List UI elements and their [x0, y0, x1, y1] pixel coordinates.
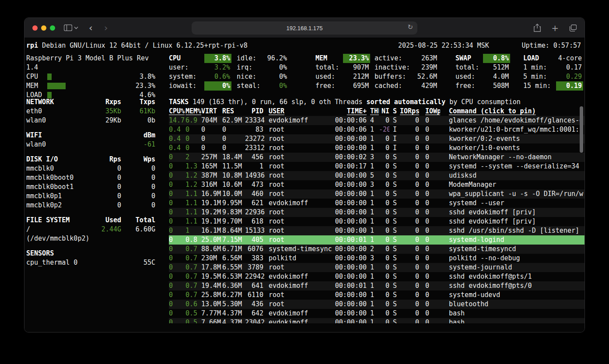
cell-user: root [266, 226, 332, 235]
process-row[interactable]: 0.400083root00:00:061-20I00kworker/u21:0… [169, 125, 584, 134]
process-row[interactable]: 00.788.6M6.71M6076systemd-timesync00:00:… [169, 245, 584, 254]
glances-page: rpi Debian GNU/Linux 12 64bit / Linux 6.… [24, 38, 584, 332]
stat-row: total:512M [455, 63, 510, 72]
col-header-res[interactable]: RES [222, 107, 245, 116]
process-row[interactable]: 00.7230M6.56M383polkitd00:00:0030S00polk… [169, 254, 584, 263]
cell-iow: 0 [419, 208, 440, 217]
cell-cpu: 0 [169, 309, 186, 318]
sidebar-row: (/dev/mmcblk0p2) [26, 234, 155, 243]
col-header-iow[interactable]: IOWps [419, 107, 440, 116]
col-header-cpu[interactable]: CPU% [169, 107, 186, 116]
tasks-sort-mode[interactable]: sorted automatically [367, 98, 446, 106]
col-header-mem[interactable]: MEM% [186, 107, 201, 116]
reload-icon[interactable]: ↻ [407, 23, 413, 31]
cell-ni: 0 [379, 226, 389, 235]
share-icon[interactable] [534, 24, 541, 32]
col-header-user[interactable]: USER [266, 107, 332, 116]
cell-pid: 14936 [245, 171, 266, 180]
cell-res: 6.56M [222, 254, 245, 263]
process-row[interactable]: 00.57.77M4.37M642evdokimoff00:00:0010S00… [169, 309, 584, 318]
process-row[interactable]: 0.400023272root00:00:0010I00kworker/0:2-… [169, 134, 584, 144]
col-header-s[interactable]: S [389, 107, 400, 116]
process-row[interactable]: 00.613.0M5.30M436root00:00:0010S00blueto… [169, 300, 584, 309]
fullscreen-window-button[interactable] [50, 25, 55, 31]
back-button[interactable]: ‹ [89, 23, 93, 33]
stat-cell: steal:0% [237, 81, 288, 91]
stat-row: LOAD4-core [523, 54, 583, 63]
stat-value: 0% [261, 72, 288, 81]
process-row[interactable]: 00.719.4M6.36M641evdokimoff00:00:0110S00… [169, 281, 584, 290]
process-row[interactable]: 01.2387M10.8M14936root00:00:0050S00udisk… [169, 171, 584, 180]
process-row[interactable]: 0.400023312root00:00:0010I00kworker/1:0-… [169, 144, 584, 153]
cell-cmd: systemd-logind [440, 235, 584, 245]
col-header-virt[interactable]: VIRT [201, 107, 222, 116]
cell-cpu: 0 [169, 171, 186, 180]
stat-value: 3.8% [204, 54, 231, 63]
cell-cmd: sshd /usr/sbin/sshd -D [listener] [440, 226, 584, 235]
col-header-thr[interactable]: THR [367, 107, 379, 116]
process-row[interactable]: 00.719.5M6.53M22942evdokimoff00:00:0010S… [169, 272, 584, 281]
process-row[interactable]: 01.119.1M9.70M618root00:00:0010S00sshd e… [169, 217, 584, 226]
process-row[interactable]: 01.119.2M9.83M22936root00:00:0010S00sshd… [169, 208, 584, 217]
col-header-time[interactable]: TIME+ [332, 107, 367, 116]
process-row[interactable]: 01.2316M10.6M473root00:00:0030S00ModemMa… [169, 180, 584, 189]
cell-virt: 19.2M [201, 208, 222, 217]
mem-panel[interactable]: MEM23.3%active:263Mtotal:907Minactive:23… [315, 54, 438, 91]
forward-button[interactable]: › [104, 23, 108, 33]
cell-s: S [389, 263, 400, 272]
stat-label: MEM [315, 54, 327, 63]
process-row[interactable]: 00.725.8M6.27M6110root00:00:0010S00syste… [169, 290, 584, 300]
url-field[interactable]: 192.168.1.175 ↻ [192, 21, 417, 35]
cell-virt: 19.5M [201, 272, 222, 281]
cpu-panel[interactable]: CPU3.8%idle:96.2%user:3.2%irq:0%system:0… [169, 54, 288, 91]
cell-ior: 0 [400, 208, 419, 217]
cell-mem: 6.9 [186, 116, 201, 125]
section-title: SENSORS [26, 249, 88, 258]
new-tab-button[interactable]: + [551, 23, 559, 33]
top-stats: Raspberry Pi 3 Model B Plus Rev 1.4 CPU3… [24, 54, 584, 93]
process-row[interactable]: 01.119.1M9.95M621evdokimoff00:00:0010S00… [169, 199, 584, 208]
col-header-ni[interactable]: NI [379, 107, 389, 116]
tasks-sort-by: by CPU consumption [445, 98, 521, 106]
process-row[interactable]: 00.825.0M7.15M405root00:00:0110S00system… [169, 235, 584, 245]
process-row[interactable]: 14.76.9704M62.9M23334evdokimoff00:00:064… [169, 116, 584, 125]
cell-cmd: udisksd [440, 171, 584, 180]
cell-thr: 1 [367, 144, 379, 153]
cell-time: 00:00:00 [332, 171, 367, 180]
cell-virt: 16.1M [201, 226, 222, 235]
cell-thr: 3 [367, 180, 379, 189]
close-window-button[interactable] [32, 25, 38, 31]
cell-ior: 0 [400, 272, 419, 281]
sidebar-toggle-icon[interactable] [64, 24, 72, 31]
cell-cpu: 0 [169, 180, 186, 189]
url-text: 192.168.1.175 [286, 25, 322, 32]
process-row[interactable]: 01.3165M11.5M1root00:00:1710S00systemd -… [169, 162, 584, 171]
sidebar-row-value2: -61 [121, 140, 155, 149]
tab-overview-icon[interactable] [569, 24, 577, 32]
sidebar-row-name: / [26, 225, 88, 234]
minimize-window-button[interactable] [41, 25, 46, 31]
process-row[interactable]: 00.57.66M4.37M23042evdokimoff00:00:0010S… [169, 318, 584, 323]
cell-pid: 473 [245, 180, 266, 189]
stat-cell: total:907M [315, 63, 370, 72]
process-row[interactable]: 01.116.9M10.0M460root00:00:0010S00wpa_su… [169, 189, 584, 199]
stat-value: 907M [343, 63, 370, 72]
col-header-cmd[interactable]: Command (click to pin) [440, 107, 584, 116]
process-row[interactable]: 0116.1M8.64M15133root00:00:0010S00sshd /… [169, 226, 584, 235]
col-header-pid[interactable]: PID [245, 107, 266, 116]
section-col2-header [121, 249, 155, 258]
glances-header: rpi Debian GNU/Linux 12 64bit / Linux 6.… [26, 41, 581, 50]
cell-user: root [266, 125, 332, 134]
load-panel[interactable]: LOAD4-core1 min:0.175 min:0.2915 min:0.1… [523, 54, 583, 91]
process-row[interactable]: 02257M18.4M456root00:00:0230S00NetworkMa… [169, 153, 584, 162]
cell-s: S [389, 226, 400, 235]
process-row[interactable]: 00.717.8M6.55M3789root00:00:0010S00syste… [169, 263, 584, 272]
stat-label: total: [455, 63, 479, 72]
cell-pid: 642 [245, 309, 266, 318]
sidebar-row-value1 [90, 234, 122, 243]
col-header-ior[interactable]: IORps [400, 107, 419, 116]
sidebar-row: wlan0-61 [26, 140, 155, 149]
chevron-down-icon[interactable] [74, 26, 78, 29]
cell-s: S [389, 309, 400, 318]
process-scrollbar[interactable] [580, 106, 583, 153]
